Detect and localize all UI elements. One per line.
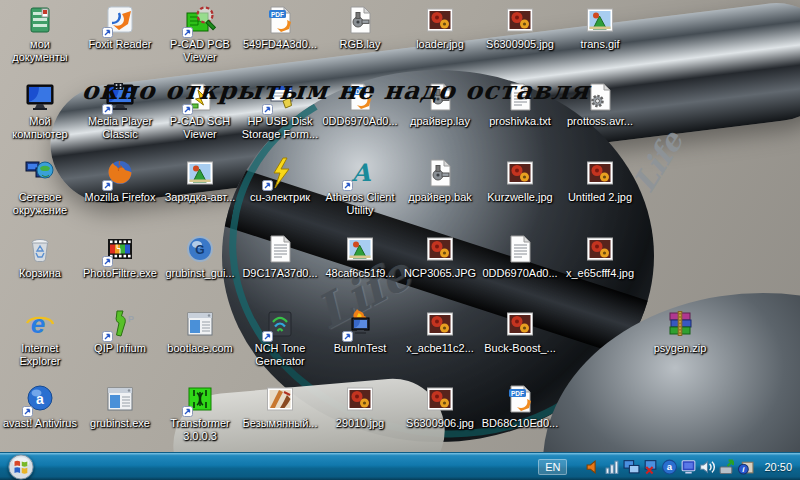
desktop-icon[interactable]: Ggrubinst_gui...: [160, 233, 240, 280]
display-icon[interactable]: [680, 458, 697, 475]
desktop-icon[interactable]: драйвер.bak: [400, 157, 480, 204]
desktop-icon[interactable]: AAtheros Client Utility: [320, 157, 400, 217]
desktop-icon-label: 0DD6970Ad0...: [322, 115, 397, 128]
desktop-icon-label: P-CAD SCH Viewer: [161, 115, 239, 141]
flower-icon: [504, 4, 536, 36]
desktop-icon[interactable]: 29010.jpg: [320, 383, 400, 430]
desktop-icon[interactable]: Foxit Reader: [80, 4, 160, 51]
desktop-icon[interactable]: S6300905.jpg: [480, 4, 560, 51]
photofiltre-icon: [104, 233, 136, 265]
desktop-icon-label: PhotoFiltre.exe: [83, 267, 157, 280]
flower-icon: [424, 4, 456, 36]
app-window-icon: [184, 308, 216, 340]
svg-text:PDF: PDF: [271, 11, 284, 18]
network-error-icon[interactable]: [642, 458, 659, 475]
desktop-icon-label: avast! Antivirus: [3, 417, 77, 430]
desktop-icon-label: S6300906.jpg: [406, 417, 474, 430]
desktop-icon[interactable]: 48caf6c51f9...: [320, 233, 400, 280]
desktop-icon[interactable]: x_acbe11c2...: [400, 308, 480, 355]
transformer-icon: [184, 383, 216, 415]
overlay-handwriting-text: окно открытым не надо оставля: [81, 76, 591, 105]
desktop-icon-label: Transformer 3.0.0.3: [161, 417, 239, 443]
desktop-icon-label: драйвер.bak: [408, 191, 472, 204]
desktop-icon[interactable]: мои документы: [0, 4, 80, 64]
desktop-icon-label: x_acbe11c2...: [406, 342, 474, 355]
desktop-icon[interactable]: Untitled 2.jpg: [560, 157, 640, 204]
desktop-icon[interactable]: D9C17A37d0...: [240, 233, 320, 280]
flower-icon: [424, 233, 456, 265]
desktop-icon[interactable]: Kurzwelle.jpg: [480, 157, 560, 204]
desktop-icon-label: x_e65cfff4.jpg: [566, 267, 634, 280]
desktop-icon[interactable]: bootlace.com: [160, 308, 240, 355]
desktop-icon-label: 48caf6c51f9...: [325, 267, 394, 280]
language-indicator[interactable]: EN: [538, 459, 567, 475]
desktop-icon-label: cu-электрик: [250, 191, 310, 204]
desktop-icon[interactable]: PDFBD68C10Ed0...: [480, 383, 560, 430]
desktop-icon-label: 0DD6970Ad0...: [482, 267, 557, 280]
desktop-icon[interactable]: RGB.lay: [320, 4, 400, 51]
start-button[interactable]: [8, 454, 34, 480]
desktop-icon-label: Сетевое окружение: [1, 191, 79, 217]
desktop-icon[interactable]: Buck-Boost_...: [480, 308, 560, 355]
desktop-icon[interactable]: psygen.zip: [640, 308, 720, 355]
desktop-icon[interactable]: PhotoFiltre.exe: [80, 233, 160, 280]
desktop-icon[interactable]: PDF549FD4A3d0...: [240, 4, 320, 51]
shortcut-arrow-icon: [102, 180, 113, 191]
desktop-icon-label: prottoss.avr...: [567, 115, 633, 128]
desktop-icon-label: Atheros Client Utility: [321, 191, 399, 217]
flower-icon: [424, 308, 456, 340]
shortcut-arrow-icon: [262, 180, 273, 191]
desktop-icon[interactable]: Корзина: [0, 233, 80, 280]
desktop-icon[interactable]: loader.jpg: [400, 4, 480, 51]
desktop-icon[interactable]: Transformer 3.0.0.3: [160, 383, 240, 443]
desktop-icon[interactable]: 0DD6970Ad0...: [480, 233, 560, 280]
desktop-icon[interactable]: BurnInTest: [320, 308, 400, 355]
desktop-icon-label: NCH Tone Generator: [241, 342, 319, 368]
setup-info-icon[interactable]: i: [737, 458, 754, 475]
volume-icon[interactable]: [585, 458, 602, 475]
taskbar-clock[interactable]: 20:50: [764, 461, 792, 473]
desktop-icon[interactable]: Безымянный...: [240, 383, 320, 430]
txt-icon: [504, 233, 536, 265]
desktop-icon[interactable]: Зарядка-авт...: [160, 157, 240, 204]
flower-icon: [584, 157, 616, 189]
network-icon[interactable]: [623, 458, 640, 475]
desktop-icon-label: драйвер.lay: [410, 115, 470, 128]
shortcut-arrow-icon: [262, 104, 273, 115]
desktop-icon[interactable]: Сетевое окружение: [0, 157, 80, 217]
desktop-icon[interactable]: aavast! Antivirus: [0, 383, 80, 430]
desktop-icon[interactable]: PQIP Infium: [80, 308, 160, 355]
desktop-icon[interactable]: eInternet Explorer: [0, 308, 80, 368]
desktop-icon-label: Buck-Boost_...: [484, 342, 556, 355]
desktop-icon[interactable]: NCH Tone Generator: [240, 308, 320, 368]
flower-icon: [424, 383, 456, 415]
svg-text:a: a: [36, 391, 44, 407]
lay-icon: [424, 157, 456, 189]
ie-icon: e: [24, 308, 56, 340]
desktop-icon[interactable]: x_e65cfff4.jpg: [560, 233, 640, 280]
grub-gui-icon: G: [184, 233, 216, 265]
svg-text:PDF: PDF: [511, 390, 524, 397]
desktop-icon[interactable]: Мой компьютер: [0, 81, 80, 141]
app-window-icon: [104, 383, 136, 415]
shortcut-arrow-icon: [102, 331, 113, 342]
desktop-icon[interactable]: Mozilla Firefox: [80, 157, 160, 204]
winrar-icon: [664, 308, 696, 340]
desktop-icon[interactable]: cu-электрик: [240, 157, 320, 204]
landscape-icon: [344, 233, 376, 265]
speaker-waves-icon[interactable]: [699, 458, 716, 475]
avast-tray-icon[interactable]: a: [661, 458, 678, 475]
desktop-icon[interactable]: NCP3065.JPG: [400, 233, 480, 280]
desktop-icon[interactable]: trans.gif: [560, 4, 640, 51]
desktop-icon[interactable]: P-CAD PCB Viewer: [160, 4, 240, 64]
desktop-icon-label: Foxit Reader: [89, 38, 152, 51]
desktop-icon-label: мои документы: [1, 38, 79, 64]
signal-strength-icon[interactable]: [604, 458, 621, 475]
shortcut-arrow-icon: [342, 180, 353, 191]
desktop-icon-label: Media Player Classic: [81, 115, 159, 141]
svg-text:a: a: [667, 461, 673, 472]
desktop-icon-label: S6300905.jpg: [486, 38, 554, 51]
desktop-icon[interactable]: grubinst.exe: [80, 383, 160, 430]
desktop-icon[interactable]: S6300906.jpg: [400, 383, 480, 430]
safely-remove-hardware-icon[interactable]: [718, 458, 735, 475]
